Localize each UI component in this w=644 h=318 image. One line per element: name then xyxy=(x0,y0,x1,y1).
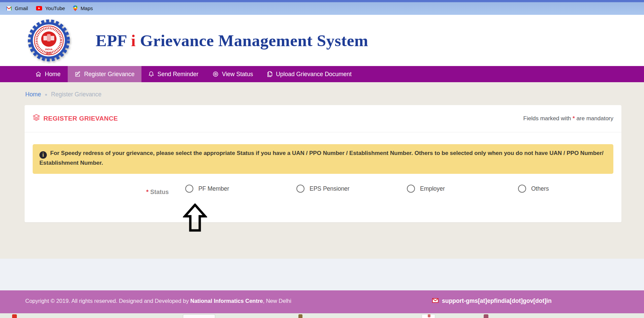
breadcrumb-current: Register Grievance xyxy=(51,91,102,98)
copyright-suffix: , New Delhi xyxy=(263,298,291,304)
bottom-strip xyxy=(0,313,644,318)
bookmark-gmail[interactable]: Gmail xyxy=(6,5,28,11)
nav-item-home[interactable]: Home xyxy=(28,66,68,82)
nav-label: Register Grievance xyxy=(84,71,135,78)
nav-item-upload-grievance-document[interactable]: Upload Grievance Document xyxy=(260,66,359,82)
bell-icon xyxy=(149,71,154,77)
edit-icon xyxy=(75,71,81,77)
gmail-icon xyxy=(6,6,12,11)
radio-circle-icon[interactable] xyxy=(407,185,415,193)
partial-icon xyxy=(484,314,488,318)
nav-label: Home xyxy=(45,71,61,78)
breadcrumb: Home ● Register Grievance xyxy=(0,82,644,98)
card-title-text: REGISTER GRIEVANCE xyxy=(43,115,118,122)
support-email-link[interactable]: support-gms[at]epfindia[dot]gov[dot]in xyxy=(432,297,552,305)
browser-bookmarks-bar: Gmail YouTube xyxy=(0,0,644,15)
partial-icon xyxy=(428,314,430,317)
radio-label: Others xyxy=(531,185,549,192)
card-title: REGISTER GRIEVANCE xyxy=(33,114,118,123)
svg-text:भारत: भारत xyxy=(46,52,52,55)
maps-icon xyxy=(73,5,77,11)
home-icon xyxy=(35,71,41,77)
bookmark-label: YouTube xyxy=(45,5,65,11)
nav-label: Send Reminder xyxy=(157,71,198,78)
pre-footer-band xyxy=(0,259,644,290)
copyright-prefix: Copyright © 2019. All rights reserved. D… xyxy=(25,298,190,304)
pointer-arrow-annotation xyxy=(183,203,207,233)
bookmark-label: Maps xyxy=(80,5,93,11)
copyright-developer: National Informatics Centre xyxy=(190,298,263,304)
radio-circle-icon[interactable] xyxy=(518,185,526,193)
radio-label: Employer xyxy=(420,185,445,192)
envelope-icon xyxy=(432,297,439,305)
eye-icon xyxy=(213,71,219,77)
title-rest: Grievance Management System xyxy=(136,31,368,50)
card-header: REGISTER GRIEVANCE Fields marked with * … xyxy=(33,114,613,123)
info-box: iFor Speedy redress of your grievance, p… xyxy=(33,144,613,174)
footer-copyright: Copyright © 2019. All rights reserved. D… xyxy=(25,298,291,304)
nav-item-view-status[interactable]: View Status xyxy=(205,66,260,82)
page: Gmail YouTube xyxy=(0,0,644,318)
mandatory-star: * xyxy=(573,115,575,122)
breadcrumb-separator-icon: ● xyxy=(45,92,47,97)
card-divider xyxy=(25,132,621,132)
radio-circle-icon[interactable] xyxy=(185,185,193,193)
footer: Copyright © 2019. All rights reserved. D… xyxy=(0,290,644,313)
radio-label: EPS Pensioner xyxy=(310,185,350,192)
status-field-row: * Status PF Member EPS Pensioner Employe… xyxy=(25,183,621,203)
partial-icon xyxy=(298,314,302,318)
page-title: EPF i Grievance Management System xyxy=(96,31,368,50)
radio-option-pf-member[interactable]: PF Member xyxy=(185,185,229,193)
main-nav: Home Register Grievance Send Reminder xyxy=(0,66,644,82)
bookmark-youtube[interactable]: YouTube xyxy=(36,5,65,11)
title-epf: EPF xyxy=(96,31,127,50)
support-email-text: support-gms[at]epfindia[dot]gov[dot]in xyxy=(442,297,552,305)
mandatory-suffix: are mandatory xyxy=(575,115,613,122)
radio-circle-icon[interactable] xyxy=(296,185,304,193)
partial-icon xyxy=(12,314,17,318)
title-i: i xyxy=(131,31,136,50)
status-required-star: * xyxy=(146,189,149,195)
mandatory-prefix: Fields marked with xyxy=(523,115,573,122)
epfo-logo: INDIA भारत xyxy=(26,18,71,63)
radio-option-employer[interactable]: Employer xyxy=(407,185,445,193)
mandatory-note: Fields marked with * are mandatory xyxy=(523,115,613,122)
partial-icon xyxy=(183,314,215,318)
info-text: For Speedy redress of your grievance, pl… xyxy=(39,150,604,166)
status-field-label: * Status xyxy=(25,189,169,196)
nav-label: View Status xyxy=(222,71,253,78)
layers-icon xyxy=(33,114,40,123)
bookmark-maps[interactable]: Maps xyxy=(73,5,93,11)
youtube-icon xyxy=(36,6,42,10)
content-area: Home ● Register Grievance REGISTER GRIEV… xyxy=(0,82,644,259)
breadcrumb-home-link[interactable]: Home xyxy=(25,91,41,98)
radio-label: PF Member xyxy=(198,185,229,192)
radio-option-others[interactable]: Others xyxy=(518,185,549,193)
upload-document-icon xyxy=(267,71,272,77)
nav-label: Upload Grievance Document xyxy=(276,71,352,78)
svg-text:INDIA: INDIA xyxy=(45,48,53,51)
register-grievance-card: REGISTER GRIEVANCE Fields marked with * … xyxy=(25,105,621,222)
nav-item-register-grievance[interactable]: Register Grievance xyxy=(68,66,142,82)
bookmark-label: Gmail xyxy=(15,5,28,11)
info-icon: i xyxy=(39,151,47,159)
site-header: INDIA भारत EPF i Grievance Management Sy… xyxy=(0,15,644,66)
nav-item-send-reminder[interactable]: Send Reminder xyxy=(141,66,205,82)
status-label-text: Status xyxy=(150,189,169,195)
radio-option-eps-pensioner[interactable]: EPS Pensioner xyxy=(296,185,350,193)
